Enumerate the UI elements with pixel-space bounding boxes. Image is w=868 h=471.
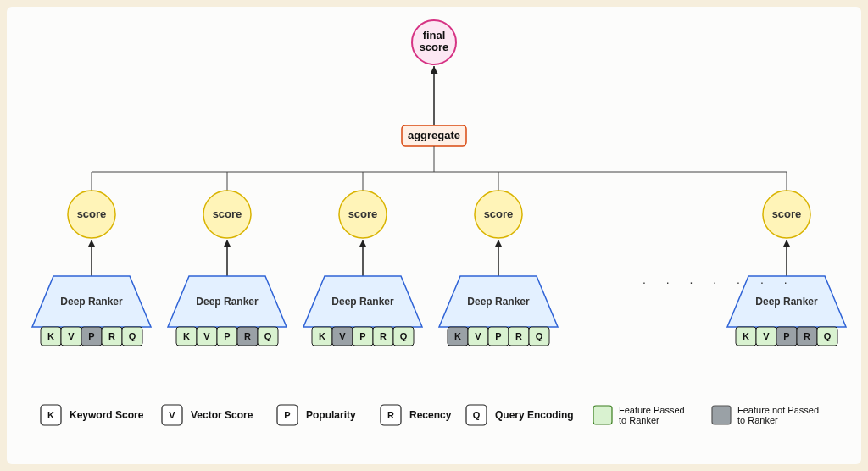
feature-letter: K	[743, 331, 749, 341]
ranker-column: scoreDeep RankerKVPRQ	[168, 191, 287, 346]
feature-letter: V	[475, 331, 481, 341]
final-label-2: score	[420, 41, 449, 53]
legend-swatch-notpassed	[712, 406, 731, 424]
legend-key-label: Vector Score	[191, 409, 253, 421]
ranker-column: scoreDeep RankerKVPRQ	[32, 191, 151, 346]
feature-letter: P	[359, 331, 365, 341]
feature-letter: R	[108, 331, 115, 341]
score-label: score	[213, 208, 242, 220]
feature-letter: P	[88, 331, 94, 341]
legend-key-label: Query Encoding	[495, 409, 574, 421]
deep-ranker-label: Deep Ranker	[60, 296, 123, 308]
feature-letter: R	[244, 331, 251, 341]
score-label: score	[77, 208, 107, 220]
feature-letter: Q	[400, 331, 408, 341]
deep-ranker-label: Deep Ranker	[467, 296, 530, 308]
ellipsis-dots: · · · · · · ·	[643, 275, 796, 289]
ranker-columns: scoreDeep RankerKVPRQscoreDeep RankerKVP…	[32, 191, 846, 346]
aggregate-label: aggregate	[408, 129, 460, 141]
ranker-column: scoreDeep RankerKVPRQ	[439, 191, 558, 346]
feature-letter: Q	[264, 331, 272, 341]
legend-key-letter: P	[284, 410, 290, 420]
legend-key-letter: R	[387, 410, 394, 420]
legend-notpassed-1: Feature not Passed	[737, 405, 819, 415]
feature-letter: V	[68, 331, 75, 341]
ranker-column: scoreDeep RankerKVPRQ	[727, 191, 846, 346]
deep-ranker-label: Deep Ranker	[755, 296, 818, 308]
feature-letter: Q	[129, 331, 136, 341]
feature-letter: R	[804, 331, 810, 341]
legend-key-label: Popularity	[306, 409, 356, 421]
deep-ranker-label: Deep Ranker	[331, 296, 394, 308]
feature-letter: P	[224, 331, 230, 341]
feature-letter: P	[783, 331, 789, 341]
deep-ranker-label: Deep Ranker	[196, 296, 259, 308]
legend-passed-2: to Ranker	[619, 415, 659, 425]
aggregate-node: aggregate	[402, 125, 466, 146]
feature-letter: K	[454, 331, 461, 341]
feature-letter: R	[380, 331, 387, 341]
legend-key-letter: K	[47, 410, 54, 420]
feature-letter: K	[47, 331, 54, 341]
feature-letter: P	[495, 331, 501, 341]
legend-key-label: Recency	[409, 409, 452, 421]
legend-key-letter: V	[169, 410, 175, 420]
final-label-1: final	[423, 29, 446, 42]
score-label: score	[348, 208, 378, 220]
diagram-panel: final score aggregate scoreDeep RankerKV…	[7, 7, 861, 464]
outer-frame: final score aggregate scoreDeep RankerKV…	[0, 0, 868, 471]
score-label: score	[484, 208, 514, 220]
feature-letter: Q	[824, 331, 832, 341]
legend: KKeyword ScoreVVector ScorePPopularityRR…	[41, 405, 819, 425]
feature-letter: V	[339, 331, 346, 341]
feature-letter: Q	[536, 331, 543, 341]
legend-passed-1: Feature Passed	[619, 405, 685, 415]
feature-letter: K	[183, 331, 190, 341]
diagram-svg: final score aggregate scoreDeep RankerKV…	[7, 7, 861, 464]
score-label: score	[772, 208, 802, 220]
legend-swatch-passed	[593, 406, 612, 424]
legend-key-label: Keyword Score	[70, 409, 144, 421]
feature-letter: V	[203, 331, 210, 341]
legend-key-letter: Q	[473, 410, 481, 420]
final-score-node: final score	[412, 20, 456, 64]
legend-notpassed-2: to Ranker	[737, 415, 778, 425]
feature-letter: R	[515, 331, 522, 341]
feature-letter: V	[763, 331, 770, 341]
feature-letter: K	[319, 331, 326, 341]
ranker-column: scoreDeep RankerKVPRQ	[303, 191, 422, 346]
aggregate-bus-lines	[92, 146, 787, 191]
